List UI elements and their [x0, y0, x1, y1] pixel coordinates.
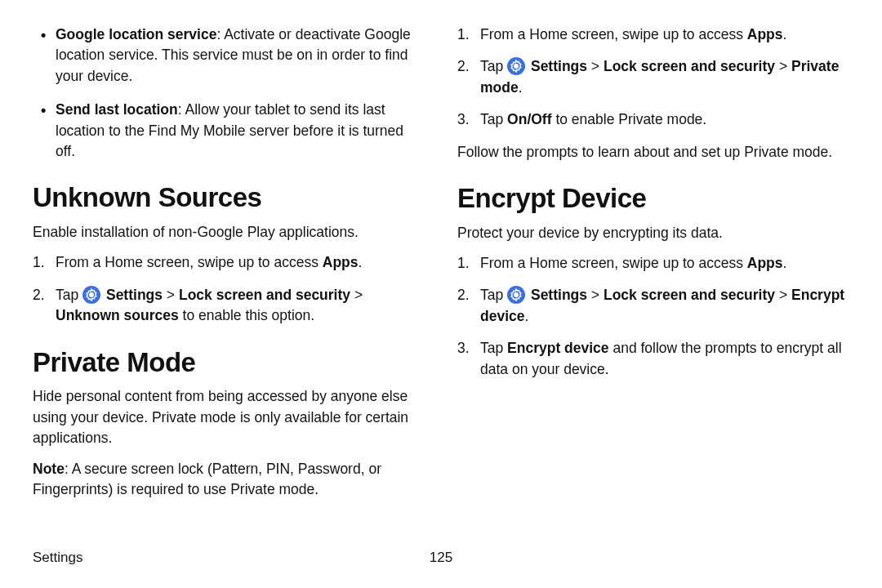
settings-icon [82, 286, 100, 304]
step: Tap Settings > Lock screen and security … [480, 56, 849, 98]
step-bold: Apps [323, 254, 359, 270]
followup-private-mode: Follow the prompts to learn about and se… [457, 142, 849, 163]
step-text: . [524, 308, 528, 324]
step-text: Tap [56, 287, 82, 303]
page-footer: Settings 125 [33, 548, 849, 568]
footer-page-number: 125 [430, 548, 452, 568]
page-columns: Google location service: Activate or dea… [33, 24, 849, 510]
step-text: Tap [480, 340, 507, 356]
bullet-title: Google location service [56, 26, 216, 42]
step-sep: > [587, 287, 604, 303]
step-text: Tap [480, 287, 507, 303]
step-text: . [519, 79, 523, 96]
step-bold: Apps [747, 255, 783, 271]
step-text: . [783, 255, 787, 271]
settings-icon [507, 57, 525, 75]
heading-private-mode: Private Mode [33, 343, 425, 382]
steps-unknown-sources: From a Home screen, swipe up to access A… [33, 252, 425, 326]
step-text: to enable this option. [179, 307, 314, 323]
step-bold: Settings [531, 58, 587, 74]
settings-icon [507, 286, 525, 304]
left-column: Google location service: Activate or dea… [33, 24, 425, 510]
bullet-title: Send last location [56, 101, 178, 118]
step-text: to enable Private mode. [552, 111, 707, 127]
step: Tap On/Off to enable Private mode. [480, 109, 849, 130]
right-column: From a Home screen, swipe up to access A… [457, 24, 849, 510]
step: Tap Settings > Lock screen and security … [56, 285, 425, 327]
note-text: : A secure screen lock (Pattern, PIN, Pa… [33, 461, 381, 497]
location-bullets: Google location service: Activate or dea… [33, 24, 425, 162]
heading-encrypt-device: Encrypt Device [457, 179, 849, 218]
step: From a Home screen, swipe up to access A… [480, 24, 849, 45]
intro-encrypt-device: Protect your device by encrypting its da… [457, 223, 849, 243]
footer-section: Settings [33, 550, 82, 565]
step-text: . [359, 254, 363, 270]
step-bold: Lock screen and security [179, 287, 350, 303]
steps-encrypt-device: From a Home screen, swipe up to access A… [457, 253, 849, 380]
step-text: From a Home screen, swipe up to access [56, 254, 323, 270]
step-bold: Unknown sources [56, 307, 179, 323]
step-sep: > [775, 58, 791, 74]
note-label: Note [33, 461, 65, 477]
step-text: Tap [480, 58, 507, 74]
step-sep: > [587, 58, 604, 74]
steps-private-mode: From a Home screen, swipe up to access A… [457, 24, 849, 131]
step: From a Home screen, swipe up to access A… [56, 252, 425, 273]
step-text: Tap [480, 111, 507, 127]
step-bold: Lock screen and security [604, 287, 775, 303]
intro-private-mode: Hide personal content from being accesse… [33, 386, 425, 448]
step-bold: Settings [531, 287, 587, 303]
step-text: From a Home screen, swipe up to access [480, 26, 747, 42]
step: Tap Settings > Lock screen and security … [480, 285, 849, 327]
step-bold: On/Off [507, 111, 551, 127]
step: From a Home screen, swipe up to access A… [480, 253, 849, 274]
step-bold: Apps [747, 26, 783, 42]
step-sep: > [163, 287, 179, 303]
bullet-send-last-location: Send last location: Allow your tablet to… [56, 100, 425, 162]
step-sep: > [350, 287, 363, 303]
step: Tap Encrypt device and follow the prompt… [480, 338, 849, 380]
step-bold: Lock screen and security [604, 58, 775, 74]
step-bold: Encrypt device [507, 340, 609, 356]
step-text: From a Home screen, swipe up to access [480, 255, 747, 271]
note-private-mode: Note: A secure screen lock (Pattern, PIN… [33, 459, 425, 501]
bullet-google-location: Google location service: Activate or dea… [56, 24, 425, 87]
intro-unknown-sources: Enable installation of non-Google Play a… [33, 222, 425, 243]
step-text: . [783, 26, 787, 42]
heading-unknown-sources: Unknown Sources [33, 178, 425, 217]
step-sep: > [775, 287, 791, 303]
step-bold: Settings [106, 287, 163, 303]
